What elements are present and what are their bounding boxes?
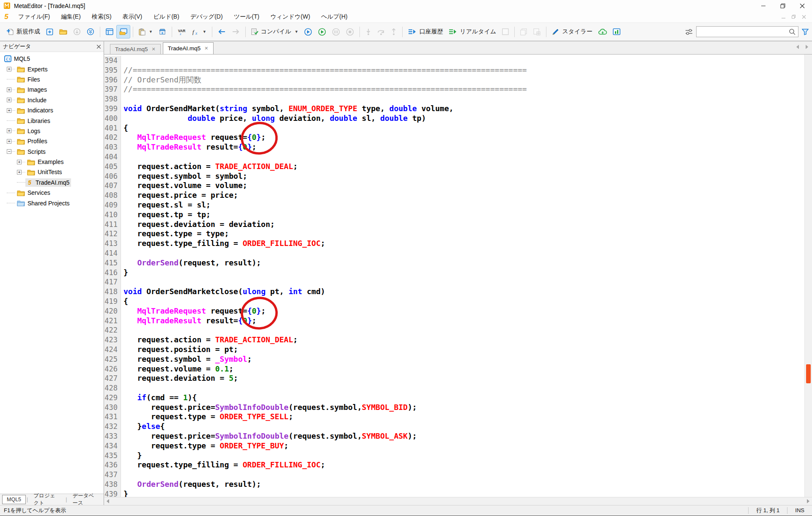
footer-tab-0[interactable]: MQL5 <box>2 495 26 504</box>
toolbar-separator <box>133 27 133 37</box>
child-close-icon[interactable] <box>802 14 806 20</box>
tune-icon[interactable] <box>685 28 693 35</box>
scroll-right-icon[interactable] <box>807 497 810 505</box>
tab-close-icon[interactable]: ✕ <box>204 46 208 51</box>
tree-item-experts[interactable]: +Experts <box>0 64 104 74</box>
realtime-button[interactable]: リアルタイム <box>446 25 499 38</box>
tree-item-unittests[interactable]: +UnitTests <box>0 167 104 177</box>
run-button[interactable] <box>315 25 329 38</box>
maximize-icon[interactable] <box>773 0 793 11</box>
menu-item-0[interactable]: ファイル(F) <box>13 12 55 22</box>
child-minimize-icon[interactable] <box>782 14 786 20</box>
quotes-chart-button[interactable] <box>610 25 623 38</box>
svg-text:f: f <box>192 29 195 35</box>
open-folder-button[interactable] <box>56 25 70 38</box>
tabs-scroll-right-icon[interactable] <box>805 43 809 51</box>
expand-icon[interactable]: + <box>7 87 11 92</box>
new-tab-button[interactable] <box>43 25 56 38</box>
toolbar-separator <box>514 27 515 37</box>
search-box[interactable] <box>696 26 798 37</box>
search-input[interactable] <box>699 28 789 35</box>
debug-start-button[interactable] <box>301 25 315 38</box>
collapse-icon[interactable]: − <box>7 149 11 154</box>
tree-item-images[interactable]: +Images <box>0 85 104 95</box>
storage-cloud-button[interactable] <box>595 25 610 38</box>
tree-item-scripts[interactable]: −Scripts <box>0 147 104 157</box>
menu-item-1[interactable]: 編集(E) <box>55 12 86 22</box>
menu-item-6[interactable]: ツール(T) <box>228 12 265 22</box>
expand-icon[interactable]: + <box>7 98 11 102</box>
navigator-title: ナビゲータ <box>3 43 31 50</box>
code-line-405: 405 request.action = TRADE_ACTION_DEAL; <box>104 162 804 172</box>
minimize-icon[interactable] <box>754 0 773 11</box>
paste-button[interactable]: ▼ <box>136 25 156 38</box>
dropdown-caret-icon[interactable]: ▼ <box>203 30 206 34</box>
close-icon[interactable] <box>793 0 812 11</box>
expand-icon[interactable]: + <box>7 139 11 144</box>
dropdown-caret-icon[interactable]: ▼ <box>294 30 298 34</box>
expand-icon[interactable]: + <box>17 170 22 175</box>
tree-connector <box>11 90 15 90</box>
tree-item-include[interactable]: +Include <box>0 95 104 105</box>
expand-icon[interactable]: + <box>17 160 22 164</box>
menu-item-8[interactable]: ヘルプ(H) <box>315 12 353 22</box>
fx-button[interactable]: fx▼ <box>189 25 209 38</box>
line-number: 417 <box>104 277 121 287</box>
tree-item-profiles[interactable]: +Profiles <box>0 136 104 146</box>
code-line-416: 416} <box>104 268 804 278</box>
view-toolbox-button[interactable] <box>116 25 130 38</box>
line-number: 438 <box>104 480 121 489</box>
child-restore-icon[interactable] <box>792 14 796 20</box>
expand-icon[interactable]: + <box>7 108 11 113</box>
search-icon[interactable] <box>789 28 796 35</box>
dropdown-caret-icon[interactable]: ▼ <box>149 30 153 34</box>
menu-item-4[interactable]: ビルド(B) <box>148 12 185 22</box>
tree-item-mql5[interactable]: {)MQL5 <box>0 54 104 64</box>
tree-item-files[interactable]: Files <box>0 74 104 85</box>
menu-item-2[interactable]: 検索(S) <box>86 12 117 22</box>
editor-tab-1[interactable]: TradeAI.mq5✕ <box>163 42 214 54</box>
styler-button[interactable]: スタイラー <box>549 25 595 38</box>
expand-icon[interactable]: + <box>7 67 11 71</box>
vertical-scrollbar[interactable] <box>804 55 812 497</box>
tabs-scroll-left-icon[interactable] <box>796 43 799 51</box>
compile-label: コンパイル <box>261 28 291 35</box>
scroll-left-icon[interactable] <box>106 497 110 505</box>
tree-item-logs[interactable]: +Logs <box>0 126 104 136</box>
view-navigator-button[interactable] <box>103 25 116 38</box>
menu-item-3[interactable]: 表示(V) <box>117 12 148 22</box>
account-history-button[interactable]: 口座履歴 <box>405 25 446 38</box>
line-number: 413 <box>104 239 121 248</box>
back-button[interactable] <box>215 25 229 38</box>
filter-icon[interactable] <box>802 28 809 35</box>
code-line-436: 436 request.type_filling = ORDER_FILLING… <box>104 460 804 470</box>
line-number: 425 <box>104 355 121 364</box>
var-button[interactable]: VARx <box>175 25 189 38</box>
tree-item-examples[interactable]: +Examples <box>0 157 104 167</box>
menu-item-7[interactable]: ウィンドウ(W) <box>265 12 315 22</box>
editor-tab-0[interactable]: TradeAI.mq5✕ <box>110 44 161 54</box>
expand-icon[interactable]: + <box>7 128 11 133</box>
tab-close-icon[interactable]: ✕ <box>152 46 156 52</box>
tree-item-libraries[interactable]: Libraries <box>0 115 104 126</box>
tree-connector <box>22 162 25 162</box>
navigator-close-icon[interactable] <box>97 44 101 50</box>
horizontal-scrollbar[interactable] <box>104 497 812 505</box>
save-all-button[interactable] <box>84 25 97 38</box>
code-editor[interactable]: 394395//================================… <box>104 55 804 497</box>
tree-connector <box>11 151 15 152</box>
code-line-422: 422 <box>104 325 804 335</box>
tree-item-shared-projects[interactable]: Shared Projects <box>0 198 104 208</box>
svg-text:5: 5 <box>28 179 31 186</box>
tree-item-indicators[interactable]: +Indicators <box>0 105 104 115</box>
line-number: 437 <box>104 470 121 480</box>
compile-button[interactable]: コンパイル▼ <box>248 25 302 38</box>
view-toolbox-icon <box>119 28 127 35</box>
menu-item-5[interactable]: デバッグ(D) <box>185 12 228 22</box>
tree-item-tradeai-mq5[interactable]: 5TradeAI.mq5 <box>0 177 104 188</box>
market-button[interactable] <box>156 25 169 38</box>
line-number: 408 <box>104 191 121 200</box>
vertical-scrollbar-thumb[interactable] <box>806 364 811 383</box>
new-file-button[interactable]: 新規作成 <box>3 25 43 38</box>
tree-item-services[interactable]: Services <box>0 188 104 198</box>
